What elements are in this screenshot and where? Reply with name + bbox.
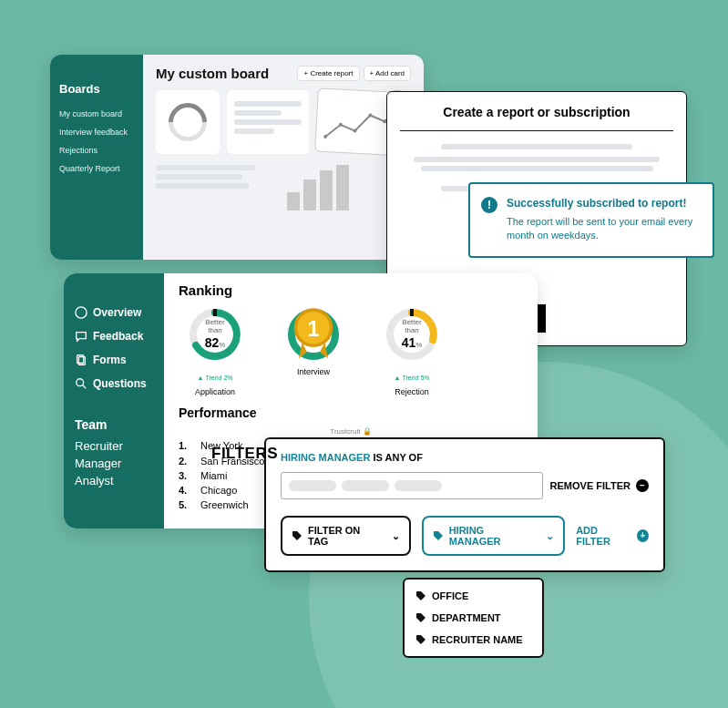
chevron-down-icon: ⌄ bbox=[392, 530, 400, 542]
toast-body: The report will be sent to your email ev… bbox=[507, 215, 700, 243]
dropdown-option-office[interactable]: OFFICE bbox=[405, 585, 542, 607]
plus-circle-icon: + bbox=[637, 529, 649, 542]
filter-clause: HIRING MANAGER IS ANY OF bbox=[281, 452, 649, 463]
nav-feedback[interactable]: Feedback bbox=[75, 324, 153, 348]
filters-panel: FILTERS HIRING MANAGER IS ANY OF REMOVE … bbox=[264, 437, 665, 572]
tag-icon bbox=[415, 590, 426, 601]
toast-title: Successfully subscribed to report! bbox=[507, 197, 700, 210]
tag-icon bbox=[433, 530, 444, 541]
nav-overview[interactable]: Overview bbox=[75, 301, 153, 324]
sidebar-item-board[interactable]: Rejections bbox=[59, 141, 134, 159]
nav-forms[interactable]: Forms bbox=[75, 348, 153, 372]
create-report-button[interactable]: + Create report bbox=[297, 66, 359, 81]
boards-panel: Boards My custom board Interview feedbac… bbox=[50, 55, 424, 260]
filters-heading: FILTERS bbox=[211, 445, 278, 463]
boards-sidebar: Boards My custom board Interview feedbac… bbox=[50, 55, 143, 260]
gauge-application: Better than82% ▲ Trend 2% Application bbox=[179, 305, 251, 396]
list-card[interactable] bbox=[227, 90, 309, 154]
performance-heading: Performance bbox=[179, 405, 523, 420]
svg-rect-12 bbox=[213, 309, 217, 316]
team-heading: Team bbox=[75, 417, 153, 432]
trend-icon: ▲ Trend 2% bbox=[197, 375, 232, 381]
compass-icon bbox=[75, 306, 87, 319]
remove-filter-button[interactable]: REMOVE FILTER− bbox=[550, 479, 649, 492]
trend-icon: ▲ Trend 5% bbox=[394, 375, 429, 381]
team-role[interactable]: Manager bbox=[75, 455, 153, 472]
add-card-button[interactable]: + Add card bbox=[364, 66, 411, 81]
report-modal-title: Create a report or subscription bbox=[400, 105, 673, 119]
add-filter-button[interactable]: ADD FILTER+ bbox=[576, 525, 649, 547]
svg-point-6 bbox=[76, 307, 87, 318]
svg-point-9 bbox=[77, 379, 84, 386]
filter-values-input[interactable] bbox=[281, 472, 543, 499]
svg-text:1: 1 bbox=[308, 317, 320, 341]
chevron-down-icon: ⌄ bbox=[546, 530, 554, 542]
info-icon bbox=[481, 197, 497, 213]
filter-dropdown: OFFICE DEPARTMENT RECRUITER NAME bbox=[403, 578, 544, 658]
sidebar-item-board[interactable]: My custom board bbox=[59, 105, 134, 123]
gauge-interview: 1 Interview bbox=[277, 305, 350, 396]
medal-icon: 1 bbox=[284, 303, 343, 362]
dropdown-option-department[interactable]: DEPARTMENT bbox=[405, 607, 542, 629]
sidebar-item-board[interactable]: Interview feedback bbox=[59, 123, 134, 141]
minus-circle-icon: − bbox=[636, 479, 649, 492]
boards-heading: Boards bbox=[59, 82, 134, 96]
sidebar-item-board[interactable]: Quarterly Report bbox=[59, 159, 134, 178]
nav-questions[interactable]: Questions bbox=[75, 372, 153, 395]
team-role[interactable]: Analyst bbox=[75, 472, 153, 489]
tag-icon bbox=[292, 530, 302, 541]
tag-icon bbox=[415, 634, 426, 645]
brand-label: Trustcruit bbox=[330, 427, 360, 436]
svg-rect-19 bbox=[410, 309, 414, 316]
hiring-manager-select[interactable]: HIRING MANAGER⌄ bbox=[422, 516, 565, 556]
dashboard-sidebar: Overview Feedback Forms Questions Team R… bbox=[64, 273, 164, 528]
gauge-rejection: Better than41% ▲ Trend 5% Rejection bbox=[375, 305, 448, 396]
filter-on-tag-select[interactable]: FILTER ON TAG⌄ bbox=[281, 516, 411, 556]
search-icon bbox=[75, 377, 87, 390]
board-title: My custom board bbox=[156, 66, 269, 81]
copy-icon bbox=[75, 354, 87, 366]
dropdown-option-recruiter[interactable]: RECRUITER NAME bbox=[405, 629, 542, 651]
ranking-heading: Ranking bbox=[179, 282, 523, 298]
svg-line-10 bbox=[83, 385, 87, 389]
success-toast: Successfully subscribed to report! The r… bbox=[468, 182, 714, 258]
chat-icon bbox=[75, 330, 87, 343]
lock-icon: 🔒 bbox=[363, 427, 372, 436]
team-role[interactable]: Recruiter bbox=[75, 437, 153, 455]
gauge-card[interactable] bbox=[156, 90, 220, 154]
tag-icon bbox=[415, 612, 426, 623]
